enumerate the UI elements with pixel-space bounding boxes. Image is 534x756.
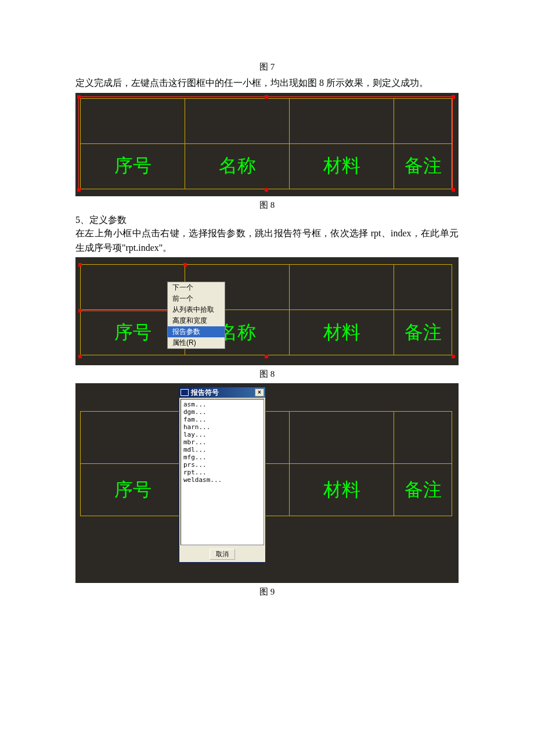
cell-col2[interactable]: 名称 <box>185 143 290 189</box>
caption-fig7: 图 7 <box>75 62 459 73</box>
list-item[interactable]: mbr... <box>182 438 262 446</box>
cell-empty[interactable] <box>290 412 394 464</box>
handle-tm[interactable] <box>265 95 268 99</box>
list-item[interactable]: prs... <box>182 461 262 469</box>
cell-empty[interactable] <box>290 98 394 143</box>
cell-col3[interactable]: 材料 <box>290 464 394 516</box>
caption-fig8b: 图 8 <box>75 369 459 380</box>
cell-empty[interactable] <box>81 412 185 464</box>
handle[interactable] <box>78 263 82 267</box>
dialog-listbox[interactable]: asm... dgm... fam... harn... lay... mbr.… <box>181 399 264 545</box>
list-item[interactable]: weldasm... <box>182 476 262 484</box>
section-5-title: 5、定义参数 <box>75 214 459 226</box>
cancel-button[interactable]: 取消 <box>210 549 235 560</box>
list-item[interactable]: rpt... <box>182 469 262 476</box>
list-item[interactable]: lay... <box>182 431 262 438</box>
cell-col3[interactable]: 材料 <box>290 310 394 355</box>
dialog-button-row: 取消 <box>179 546 265 562</box>
list-item[interactable]: harn... <box>182 423 262 431</box>
cad-table-fig8b[interactable]: 序号 名称 材料 备注 <box>80 264 452 355</box>
handle[interactable] <box>452 355 455 358</box>
handle-tl[interactable] <box>77 95 81 99</box>
cell-col1[interactable]: 序号 <box>81 464 185 516</box>
menu-item-report-params[interactable]: 报告参数 <box>168 326 225 337</box>
cad-canvas-fig9: 序号 材料 备注 报告符号 × asm... dgm... fam... har… <box>75 383 459 583</box>
list-item[interactable]: asm... <box>182 401 262 408</box>
cell-empty[interactable] <box>394 412 452 464</box>
list-item[interactable]: mfg... <box>182 453 262 461</box>
cell-empty[interactable] <box>394 265 452 310</box>
handle-tr[interactable] <box>452 95 455 99</box>
cell-empty[interactable] <box>185 98 290 143</box>
cell-empty[interactable] <box>81 98 185 143</box>
cell-col1[interactable]: 序号 <box>81 143 185 189</box>
cell-col3[interactable]: 材料 <box>290 143 394 189</box>
handle-bm[interactable] <box>265 188 268 192</box>
paragraph-2: 在左上角小框中点击右键，选择报告参数，跳出报告符号框，依次选择 rpt、inde… <box>75 226 459 255</box>
menu-item-hw[interactable]: 高度和宽度 <box>168 315 225 326</box>
cell-empty[interactable] <box>394 98 452 143</box>
list-item[interactable]: dgm... <box>182 408 262 416</box>
report-symbol-dialog[interactable]: 报告符号 × asm... dgm... fam... harn... lay.… <box>179 387 266 563</box>
menu-item-pick[interactable]: 从列表中拾取 <box>168 304 225 315</box>
dialog-titlebar[interactable]: 报告符号 × <box>179 387 265 398</box>
paragraph-1: 定义完成后，左键点击这行图框中的任一小框，均出现如图 8 所示效果，则定义成功。 <box>75 76 459 91</box>
menu-item-props[interactable]: 属性(R) <box>168 337 225 348</box>
cell-empty[interactable] <box>290 265 394 310</box>
cell-col4[interactable]: 备注 <box>394 143 452 189</box>
cell-col4[interactable]: 备注 <box>394 310 452 355</box>
cad-canvas-fig8b: 序号 名称 材料 备注 下一个 前一个 从列表中拾取 高度和宽度 报告参数 属性… <box>75 257 459 365</box>
menu-item-next[interactable]: 下一个 <box>168 282 225 293</box>
cad-canvas-fig8a: 序号 名称 材料 备注 <box>75 93 459 196</box>
caption-fig9: 图 9 <box>75 586 459 597</box>
list-item[interactable]: mdl... <box>182 446 262 453</box>
handle-br[interactable] <box>452 188 455 192</box>
cad-table-fig9[interactable]: 序号 材料 备注 <box>80 411 452 516</box>
menu-item-prev[interactable]: 前一个 <box>168 293 225 304</box>
list-item[interactable]: fam... <box>182 416 262 423</box>
dialog-title: 报告符号 <box>191 388 255 398</box>
handle[interactable] <box>78 355 82 358</box>
cad-table-fig8a[interactable]: 序号 名称 材料 备注 <box>80 98 452 189</box>
cell-col4[interactable]: 备注 <box>394 464 452 516</box>
close-icon[interactable]: × <box>255 388 264 397</box>
window-icon <box>181 389 189 396</box>
context-menu[interactable]: 下一个 前一个 从列表中拾取 高度和宽度 报告参数 属性(R) <box>167 282 225 349</box>
handle-bl[interactable] <box>77 188 81 192</box>
handle[interactable] <box>265 355 268 358</box>
handle[interactable] <box>183 263 187 267</box>
caption-fig8a: 图 8 <box>75 200 459 211</box>
